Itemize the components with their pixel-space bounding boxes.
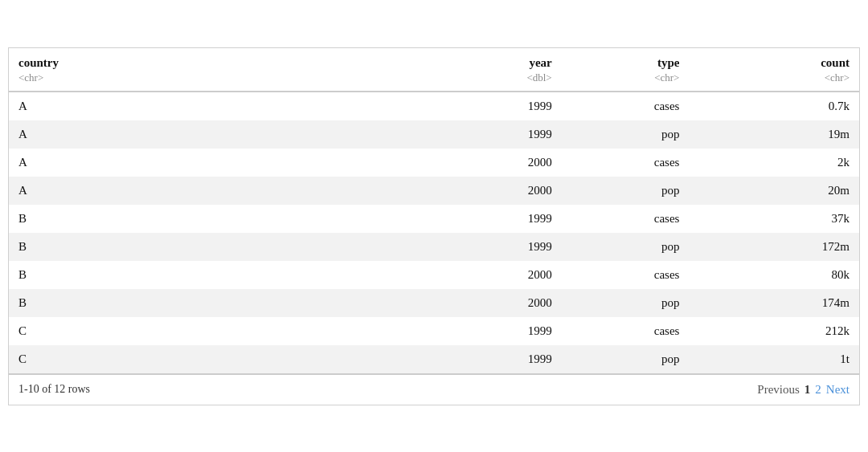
col-subtype-year: <dbl>: [434, 71, 562, 92]
col-subtype-type: <chr>: [562, 71, 690, 92]
col-header-country: country: [9, 48, 434, 71]
pagination: Previous 1 2 Next: [757, 383, 850, 397]
column-subtypes: <chr> <dbl> <chr> <chr>: [9, 71, 859, 92]
cell-year: 1999: [434, 120, 562, 149]
cell-year: 1999: [434, 205, 562, 233]
page-1-button[interactable]: 1: [805, 383, 811, 397]
cell-country: A: [9, 149, 434, 177]
cell-type: pop: [562, 345, 690, 373]
cell-type: cases: [562, 149, 690, 177]
cell-country: A: [9, 92, 434, 120]
cell-year: 1999: [434, 233, 562, 261]
table-row: B1999pop172m: [9, 233, 859, 261]
table-row: C1999pop1t: [9, 345, 859, 373]
cell-type: pop: [562, 233, 690, 261]
table-row: C1999cases212k: [9, 317, 859, 345]
table-row: A2000pop20m: [9, 177, 859, 205]
cell-count: 19m: [689, 120, 859, 149]
next-button[interactable]: Next: [826, 383, 850, 397]
cell-count: 2k: [689, 149, 859, 177]
cell-type: cases: [562, 205, 690, 233]
cell-country: C: [9, 317, 434, 345]
cell-year: 1999: [434, 317, 562, 345]
cell-count: 37k: [689, 205, 859, 233]
cell-type: cases: [562, 261, 690, 289]
cell-year: 2000: [434, 177, 562, 205]
cell-count: 0.7k: [689, 92, 859, 120]
col-header-count: count: [689, 48, 859, 71]
table-row: B2000cases80k: [9, 261, 859, 289]
cell-type: cases: [562, 92, 690, 120]
cell-country: A: [9, 120, 434, 149]
cell-year: 2000: [434, 289, 562, 317]
table-body: A1999cases0.7kA1999pop19mA2000cases2kA20…: [9, 92, 859, 373]
col-header-year: year: [434, 48, 562, 71]
cell-year: 1999: [434, 345, 562, 373]
cell-country: A: [9, 177, 434, 205]
cell-count: 1t: [689, 345, 859, 373]
col-subtype-country: <chr>: [9, 71, 434, 92]
table-row: A2000cases2k: [9, 149, 859, 177]
cell-type: pop: [562, 177, 690, 205]
cell-country: B: [9, 289, 434, 317]
data-table-container: country year type count <chr> <dbl> <chr…: [8, 47, 860, 405]
table-row: A1999pop19m: [9, 120, 859, 149]
col-header-type: type: [562, 48, 690, 71]
page-2-button[interactable]: 2: [815, 383, 821, 397]
cell-count: 174m: [689, 289, 859, 317]
cell-country: B: [9, 205, 434, 233]
cell-year: 1999: [434, 92, 562, 120]
column-headers: country year type count: [9, 48, 859, 71]
cell-type: pop: [562, 120, 690, 149]
cell-country: B: [9, 261, 434, 289]
cell-type: cases: [562, 317, 690, 345]
cell-country: B: [9, 233, 434, 261]
row-count-label: 1-10 of 12 rows: [18, 383, 90, 396]
cell-country: C: [9, 345, 434, 373]
data-table: country year type count <chr> <dbl> <chr…: [9, 48, 859, 373]
cell-year: 2000: [434, 261, 562, 289]
cell-year: 2000: [434, 149, 562, 177]
cell-count: 212k: [689, 317, 859, 345]
cell-count: 80k: [689, 261, 859, 289]
cell-count: 20m: [689, 177, 859, 205]
cell-count: 172m: [689, 233, 859, 261]
col-subtype-count: <chr>: [689, 71, 859, 92]
table-row: B2000pop174m: [9, 289, 859, 317]
table-row: B1999cases37k: [9, 205, 859, 233]
cell-type: pop: [562, 289, 690, 317]
previous-button[interactable]: Previous: [757, 383, 800, 397]
table-footer: 1-10 of 12 rows Previous 1 2 Next: [9, 373, 859, 405]
table-row: A1999cases0.7k: [9, 92, 859, 120]
